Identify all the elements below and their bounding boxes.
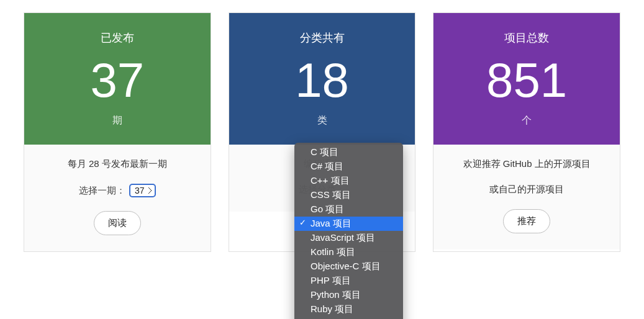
- dropdown-option[interactable]: Rust 项目: [294, 317, 403, 319]
- dropdown-option[interactable]: CSS 项目: [294, 188, 403, 202]
- card-projects-number: 851: [486, 49, 567, 112]
- read-button[interactable]: 阅读: [94, 211, 141, 235]
- card-published-title: 已发布: [101, 30, 134, 45]
- dropdown-option[interactable]: C++ 项目: [294, 174, 403, 188]
- card-categories-title: 分类共有: [300, 30, 345, 45]
- card-published-body: 每月 28 号发布最新一期 选择一期： 37 阅读: [24, 145, 211, 251]
- card-published-subtext: 每月 28 号发布最新一期: [68, 158, 167, 170]
- card-projects-header: 项目总数 851 个: [433, 13, 620, 145]
- dropdown-option[interactable]: Python 项目: [294, 288, 403, 302]
- issue-select-row: 选择一期： 37: [79, 184, 156, 197]
- dropdown-option[interactable]: Java 项目: [294, 217, 403, 231]
- card-categories-header: 分类共有 18 类: [229, 13, 415, 145]
- dropdown-option[interactable]: Objective-C 项目: [294, 259, 403, 274]
- dropdown-option[interactable]: Ruby 项目: [294, 302, 403, 317]
- card-projects: 项目总数 851 个 欢迎推荐 GitHub 上的开源项目 或自己的开源项目 推…: [433, 12, 620, 252]
- category-dropdown[interactable]: C 项目C# 项目C++ 项目CSS 项目Go 项目Java 项目JavaScr…: [294, 143, 403, 319]
- card-projects-subtext: 欢迎推荐 GitHub 上的开源项目: [463, 158, 591, 170]
- issue-select-label: 选择一期：: [79, 185, 125, 197]
- card-published: 已发布 37 期 每月 28 号发布最新一期 选择一期： 37 阅读: [24, 12, 211, 252]
- card-published-header: 已发布 37 期: [24, 13, 211, 145]
- dropdown-option[interactable]: Go 项目: [294, 202, 403, 217]
- card-projects-subtext2: 或自己的开源项目: [489, 184, 564, 195]
- dropdown-option[interactable]: PHP 项目: [294, 274, 403, 288]
- dropdown-option[interactable]: JavaScript 项目: [294, 231, 403, 245]
- card-categories-unit: 类: [317, 114, 327, 127]
- card-published-unit: 期: [112, 114, 122, 127]
- card-categories-number: 18: [295, 49, 349, 112]
- recommend-button[interactable]: 推荐: [503, 209, 550, 233]
- card-projects-title: 项目总数: [504, 30, 549, 45]
- card-projects-body: 欢迎推荐 GitHub 上的开源项目 或自己的开源项目 推荐: [433, 145, 620, 249]
- dropdown-option[interactable]: C# 项目: [294, 160, 403, 174]
- dropdown-option[interactable]: C 项目: [294, 145, 403, 160]
- dropdown-option[interactable]: Kotlin 项目: [294, 245, 403, 259]
- card-projects-unit: 个: [522, 114, 532, 127]
- issue-select[interactable]: 37: [129, 184, 156, 197]
- card-published-number: 37: [90, 49, 144, 112]
